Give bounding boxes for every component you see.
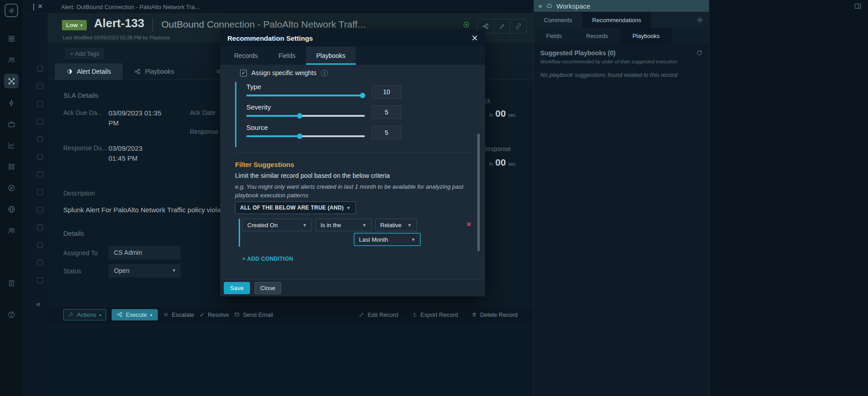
nav-connections-icon[interactable]: [4, 74, 19, 88]
chevron-down-icon: ▼: [411, 237, 415, 242]
execute-button[interactable]: Execute ▴: [112, 309, 158, 320]
assigned-to-text: CS Admin: [114, 249, 142, 256]
close-button[interactable]: Close: [255, 282, 281, 294]
ack-timer-value: in 00 sec: [489, 108, 516, 119]
nav-case-icon[interactable]: [5, 118, 17, 130]
slider-handle[interactable]: [360, 93, 365, 98]
wrench-icon: [68, 312, 74, 317]
row-checkbox[interactable]: [37, 172, 43, 177]
remove-condition-icon[interactable]: ×: [467, 220, 471, 228]
subtab-playbooks[interactable]: Playbooks: [620, 28, 672, 43]
slider-track[interactable]: [246, 115, 365, 117]
nav-automation-icon[interactable]: [5, 97, 17, 109]
resolve-button[interactable]: ✓ Resolve: [200, 311, 229, 318]
mail-icon: [234, 312, 240, 317]
severity-dropdown[interactable]: Low ▾: [62, 20, 87, 30]
row-checkbox[interactable]: [37, 136, 43, 142]
row-checkbox[interactable]: [37, 154, 43, 160]
assign-weights-checkbox[interactable]: ✓: [240, 70, 247, 76]
subtab-fields[interactable]: Fields: [534, 28, 574, 43]
panel-layout-icon[interactable]: [854, 2, 862, 10]
status-value: Open: [114, 267, 129, 274]
live-record-icon[interactable]: [462, 21, 470, 29]
assigned-to-label: Assigned To: [63, 249, 98, 257]
row-checkbox[interactable]: [37, 224, 43, 230]
status-select[interactable]: Open ▼: [108, 264, 181, 277]
row-checkbox[interactable]: [37, 189, 43, 195]
actions-button[interactable]: Actions ▴: [63, 309, 106, 320]
section-divider: [235, 152, 470, 153]
slider-handle[interactable]: [297, 134, 302, 139]
weight-slider-row: Severity 5: [246, 103, 402, 124]
collapse-panel-chevrons[interactable]: «: [36, 300, 40, 309]
tab-recommendations[interactable]: Recommendations: [582, 12, 651, 28]
flow-icon: [134, 68, 141, 75]
workspace-settings-gear-icon[interactable]: [697, 12, 709, 28]
save-button[interactable]: Save: [224, 282, 250, 294]
escalate-button[interactable]: Escalate: [163, 311, 194, 318]
condition-mode-value: Relative: [380, 222, 401, 229]
record-breadcrumb-title: Alert: OutBound Connection - PaloAlto Ne…: [61, 4, 199, 10]
nav-dashboard-icon[interactable]: [5, 33, 17, 44]
assigned-to-value: CS Admin: [108, 246, 181, 259]
add-condition-link[interactable]: + ADD CONDITION: [242, 256, 293, 262]
nav-modules-icon[interactable]: [5, 161, 17, 172]
nav-team-icon[interactable]: [5, 224, 17, 236]
nav-compass-icon[interactable]: [5, 182, 17, 194]
group-operator-select[interactable]: ALL OF THE BELOW ARE TRUE (AND) ▼: [235, 201, 356, 214]
tab-comments[interactable]: Comments: [534, 12, 582, 28]
row-checkbox[interactable]: [37, 66, 43, 72]
modal-tab-playbooks[interactable]: Playbooks: [306, 47, 356, 65]
refresh-icon[interactable]: [696, 50, 703, 56]
collapse-workspace-chevrons[interactable]: »: [538, 2, 542, 10]
slider-value[interactable]: 5: [372, 105, 401, 119]
send-email-button[interactable]: Send Email: [234, 311, 273, 318]
nav-analytics-icon[interactable]: [5, 139, 17, 151]
subtab-records[interactable]: Records: [574, 28, 620, 43]
modal-tab-records[interactable]: Records: [224, 47, 268, 65]
tab-label: Alert Details: [77, 68, 111, 75]
slider-track[interactable]: [246, 135, 365, 137]
nav-report-icon[interactable]: [5, 277, 17, 289]
row-checkbox[interactable]: [37, 242, 43, 248]
slider-track[interactable]: [246, 95, 365, 96]
condition-field-select[interactable]: Created On ▼: [242, 219, 312, 231]
modal-tab-fields[interactable]: Fields: [268, 47, 306, 65]
row-checkbox[interactable]: [37, 207, 43, 213]
add-tags-button[interactable]: + Add Tags: [65, 48, 104, 59]
info-icon[interactable]: i: [321, 70, 328, 76]
header-divider: [152, 18, 153, 32]
export-record-label: Export Record: [420, 311, 458, 318]
row-checkbox[interactable]: [37, 101, 43, 107]
close-record-icon[interactable]: ✕: [38, 3, 43, 10]
slider-value[interactable]: 10: [372, 85, 401, 99]
tab-alert-details[interactable]: Alert Details: [55, 63, 123, 80]
condition-value-select[interactable]: Last Month ▼: [354, 233, 420, 246]
delete-record-button[interactable]: Delete Record: [472, 311, 518, 318]
nav-help-icon[interactable]: [5, 309, 17, 320]
link-icon-button[interactable]: [510, 19, 526, 33]
edit-icon-button[interactable]: [494, 19, 510, 33]
row-checkbox[interactable]: [37, 260, 43, 266]
recommendation-settings-modal: Recommendation Settings × Records Fields…: [220, 29, 485, 296]
tab-label: Playbooks: [145, 68, 174, 75]
status-label: Status: [63, 267, 81, 275]
suggested-playbooks-body: Suggested Playbooks (0) Workflow recomme…: [534, 43, 709, 84]
modal-scrollbar-thumb[interactable]: [477, 134, 480, 251]
export-record-button[interactable]: Export Record: [412, 311, 458, 318]
tab-playbooks[interactable]: Playbooks: [123, 63, 186, 80]
row-checkbox[interactable]: [37, 83, 43, 89]
edit-record-button[interactable]: Edit Record: [359, 311, 398, 318]
row-checkbox[interactable]: [37, 277, 43, 283]
modal-body: ✓ Assign specific weights i Type 10 Seve…: [220, 65, 485, 279]
assign-weights-label: Assign specific weights: [251, 69, 316, 76]
slider-value[interactable]: 5: [372, 126, 401, 139]
slider-handle[interactable]: [297, 113, 302, 119]
nav-globe-icon[interactable]: [5, 203, 17, 215]
modal-close-icon[interactable]: ×: [472, 33, 478, 43]
left-nav-rail: [0, 0, 23, 396]
condition-operator-select[interactable]: Is in the ▼: [316, 219, 372, 231]
condition-mode-select[interactable]: Relative ▼: [375, 219, 417, 231]
nav-users-icon[interactable]: [5, 54, 17, 66]
row-checkbox[interactable]: [37, 119, 43, 124]
